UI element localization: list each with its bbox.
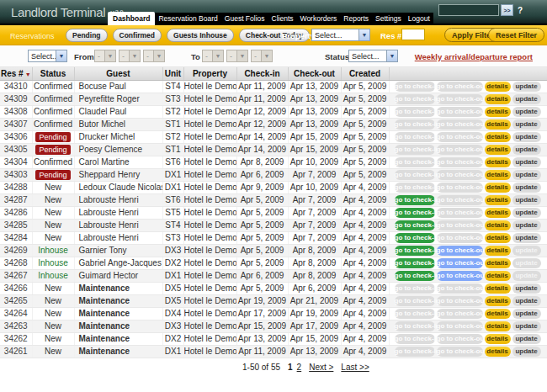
column-header-res-number[interactable]: Res #▼ [0, 67, 32, 80]
go-to-checkin-button[interactable]: go to check-in [395, 246, 435, 256]
reset-filter-button[interactable]: Reset Filter [488, 28, 544, 42]
cell-status: Pending [32, 168, 74, 181]
update-button[interactable]: update [512, 208, 541, 218]
search-go-button[interactable]: >> [501, 4, 513, 16]
details-button[interactable]: details [485, 195, 511, 205]
details-button[interactable]: details [485, 309, 511, 319]
details-button[interactable]: details [485, 296, 511, 306]
update-button[interactable]: update [512, 107, 541, 117]
search-input[interactable] [438, 4, 499, 16]
update-button[interactable]: update [512, 157, 541, 167]
cell-actions: go to check-ingo to check-outdetailsupda… [389, 93, 547, 105]
go-to-checkout-button: go to check-out [437, 94, 483, 104]
cell-guest: Maintenance [74, 282, 162, 294]
nav-item-logout[interactable]: Logout [405, 12, 433, 25]
details-button[interactable]: details [485, 321, 511, 331]
details-button[interactable]: details [485, 157, 511, 167]
cell-property: Hotel le Demo [183, 130, 236, 143]
go-to-checkin-button[interactable]: go to check-in [395, 208, 435, 218]
column-header-checkin[interactable]: Check-in [236, 67, 288, 80]
details-button[interactable]: details [485, 258, 511, 268]
last-page-link[interactable]: Last >> [341, 363, 369, 372]
next-page-link[interactable]: Next > [309, 363, 333, 372]
filter-type-select[interactable]: Select... ▼ [28, 50, 67, 62]
go-to-checkin-button: go to check-in [395, 132, 435, 142]
update-button[interactable]: update [512, 195, 541, 205]
cell-actions: go to check-ingo to check-outdetailsupda… [389, 130, 547, 143]
update-button[interactable]: update [512, 321, 541, 331]
update-button[interactable]: update [512, 309, 541, 319]
quick-filter-confirmed-button[interactable]: Confirmed [113, 29, 162, 42]
cell-property: Hotel le Demo [183, 219, 236, 231]
details-button[interactable]: details [485, 220, 511, 230]
go-to-checkin-button[interactable]: go to check-in [395, 195, 435, 205]
go-to-checkout-button[interactable]: go to check-out [437, 271, 483, 281]
cell-actions: go to check-ingo to check-outdetailsupda… [389, 294, 547, 307]
details-button[interactable]: details [485, 246, 511, 256]
update-button[interactable]: update [512, 233, 541, 243]
go-to-checkout-button[interactable]: go to check-out [437, 246, 483, 256]
details-button[interactable]: details [485, 283, 511, 294]
cell-guest: Maintenance [74, 332, 162, 345]
nav-item-settings[interactable]: Settings [372, 12, 405, 25]
go-to-checkin-button[interactable]: go to check-in [395, 271, 435, 281]
quick-filter-guests-inhouse-button[interactable]: Guests Inhouse [167, 29, 234, 42]
quick-filter-pending-button[interactable]: Pending [66, 29, 108, 42]
column-header-property[interactable]: Property [183, 67, 236, 80]
details-button[interactable]: details [485, 94, 511, 104]
weekly-report-link[interactable]: Weekly arrival/departure report [415, 52, 533, 61]
column-header-checkout[interactable]: Check-out [288, 67, 341, 80]
details-button[interactable]: details [485, 271, 511, 281]
nav-item-reservation-board[interactable]: Reservation Board [155, 12, 220, 25]
details-button[interactable]: details [485, 334, 511, 344]
column-header-guest[interactable]: Guest [74, 67, 162, 80]
cell-guest: Guimard Hector [74, 269, 162, 282]
update-button[interactable]: update [512, 334, 541, 344]
details-button[interactable]: details [485, 107, 511, 117]
nav-item-reports[interactable]: Reports [340, 12, 372, 25]
go-to-checkin-button[interactable]: go to check-in [395, 233, 435, 243]
status-select[interactable]: Select... ▼ [348, 50, 398, 62]
property-select[interactable]: Select... ▼ [311, 29, 370, 41]
go-to-checkout-button[interactable]: go to check-out [437, 258, 483, 268]
update-button[interactable]: update [512, 94, 541, 104]
update-button[interactable]: update [512, 119, 541, 130]
update-button[interactable]: update [512, 347, 541, 357]
nav-item-workorders[interactable]: Workorders [297, 12, 341, 25]
cell-guest: Labrouste Henri [74, 193, 162, 206]
cell-checkin: Apr 14, 2009 [236, 130, 288, 143]
details-button[interactable]: details [485, 132, 511, 142]
cell-checkout: Apr 15, 2009 [288, 332, 341, 345]
chevron-down-icon: ▼ [236, 50, 247, 61]
details-button[interactable]: details [485, 145, 511, 155]
details-button[interactable]: details [485, 170, 511, 180]
update-button[interactable]: update [512, 220, 541, 230]
help-icon[interactable]: ? [518, 6, 523, 15]
nav-item-dashboard[interactable]: Dashboard [108, 12, 155, 25]
details-button[interactable]: details [485, 119, 511, 130]
update-button[interactable]: update [512, 170, 541, 180]
column-header-unit[interactable]: Unit [162, 67, 183, 80]
update-button[interactable]: update [512, 296, 541, 306]
details-button[interactable]: details [485, 183, 511, 193]
cell-guest: Drucker Michel [74, 130, 162, 143]
update-button[interactable]: update [512, 145, 541, 155]
column-header-status[interactable]: Status [32, 67, 74, 80]
go-to-checkin-button[interactable]: go to check-in [395, 258, 435, 268]
details-button[interactable]: details [485, 208, 511, 218]
go-to-checkin-button[interactable]: go to check-in [395, 220, 435, 230]
cell-created: Apr 5, 2009 [341, 130, 389, 143]
update-button[interactable]: update [512, 283, 541, 294]
res-number-input[interactable] [401, 29, 425, 40]
update-button[interactable]: update [512, 183, 541, 193]
update-button[interactable]: update [512, 132, 541, 142]
update-button[interactable]: update [512, 82, 541, 92]
status-text: Inhouse [38, 258, 68, 268]
page-link-2[interactable]: 2 [297, 363, 302, 372]
details-button[interactable]: details [485, 82, 511, 92]
nav-item-guest-folios[interactable]: Guest Folios [221, 12, 268, 25]
details-button[interactable]: details [485, 347, 511, 357]
column-header-created[interactable]: Created [341, 67, 389, 80]
details-button[interactable]: details [485, 233, 511, 243]
nav-item-clients[interactable]: Clients [268, 12, 297, 25]
